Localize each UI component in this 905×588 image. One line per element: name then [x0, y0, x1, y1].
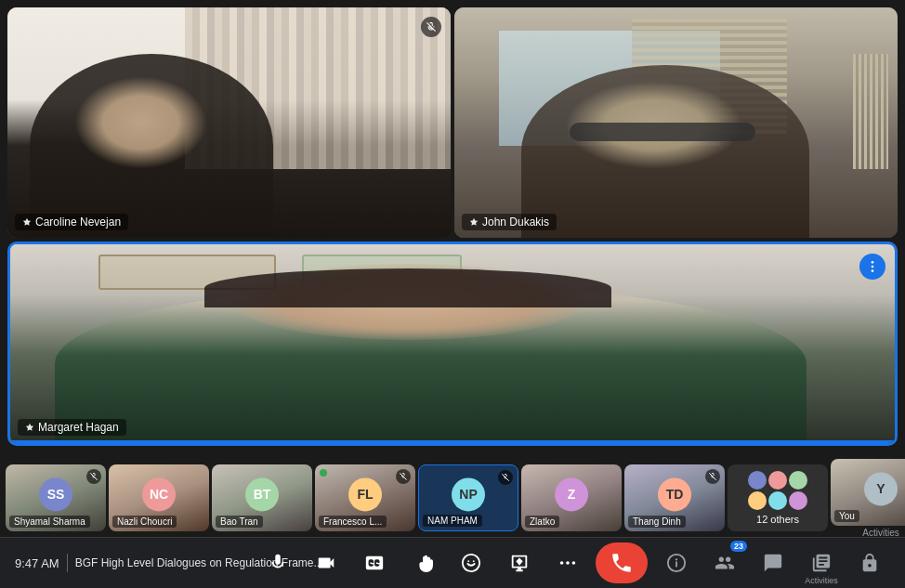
- svg-point-12: [566, 561, 570, 565]
- svg-point-13: [572, 561, 576, 565]
- svg-point-10: [473, 560, 475, 562]
- activities-button-wrapper: Activities: [801, 542, 842, 583]
- thumb-name-nazli: Nazli Choucri: [112, 516, 177, 528]
- activities-label-text: Activities: [805, 576, 838, 585]
- top-video-row: Caroline Nevejan John Dukakis: [7, 7, 898, 238]
- video-tile-margaret[interactable]: Margaret Hagan: [7, 242, 898, 446]
- thumb-name-thang: Thang Dinh: [628, 516, 686, 528]
- host-controls-button[interactable]: [849, 542, 890, 583]
- mute-indicator-caroline: [421, 17, 441, 37]
- svg-point-11: [560, 561, 564, 565]
- video-area: Caroline Nevejan John Dukakis: [0, 0, 905, 455]
- thumb-name-shyamal: Shyamal Sharma: [9, 516, 90, 528]
- toolbar: 9:47 AM BGF High Level Dialogues on Regu…: [0, 537, 905, 588]
- thumb-you[interactable]: Y You: [831, 459, 905, 526]
- activities-label: Activities: [862, 528, 898, 538]
- thumb-name-others: 12 others: [756, 514, 799, 525]
- meeting-time: 9:47 AM: [15, 556, 59, 570]
- name-label-john: John Dukakis: [462, 214, 557, 230]
- thumb-you-wrapper: Y You Activities: [831, 459, 905, 538]
- video-tile-caroline[interactable]: Caroline Nevejan: [7, 7, 451, 238]
- svg-line-5: [400, 473, 406, 479]
- name-label-margaret: Margaret Hagan: [18, 419, 126, 436]
- more-options-button[interactable]: [547, 542, 588, 583]
- chat-button[interactable]: [753, 542, 794, 583]
- people-badge: 23: [730, 541, 747, 552]
- meeting-info-button[interactable]: [656, 542, 697, 583]
- video-tile-john[interactable]: John Dukakis: [454, 7, 898, 238]
- end-call-button[interactable]: [596, 542, 648, 583]
- svg-point-2: [872, 266, 874, 268]
- raise-hand-button[interactable]: [402, 542, 443, 583]
- captions-button[interactable]: [354, 542, 395, 583]
- thumb-zlatko[interactable]: Z Zlatko: [521, 464, 622, 531]
- present-button[interactable]: [499, 542, 540, 583]
- thumb-name-nam: NAM PHAM: [423, 515, 482, 527]
- svg-point-9: [467, 560, 469, 562]
- thumb-mute-shyamal: [86, 469, 101, 484]
- thumb-name-zlatko: Zlatko: [525, 516, 559, 528]
- thumb-name-bao: Bao Tran: [216, 516, 263, 528]
- thumb-mute-thang: [705, 469, 720, 484]
- thumb-shyamal[interactable]: SS Shyamal Sharma: [6, 464, 106, 531]
- svg-line-7: [709, 473, 715, 479]
- more-options-margaret[interactable]: [859, 254, 885, 280]
- svg-line-4: [90, 473, 97, 479]
- thumb-francesco[interactable]: FL Francesco L...: [315, 464, 415, 531]
- thumb-bao[interactable]: BT Bao Tran: [212, 464, 312, 531]
- toolbar-right: 23 Activities: [656, 542, 890, 583]
- thumb-others[interactable]: 12 others: [728, 464, 828, 531]
- svg-point-8: [463, 555, 479, 571]
- thumbnail-strip: SS Shyamal Sharma NC Nazli Choucri BT Ba…: [0, 457, 905, 539]
- camera-button[interactable]: [306, 542, 347, 583]
- svg-line-6: [502, 474, 508, 480]
- thumb-thang[interactable]: TD Thang Dinh: [624, 464, 725, 531]
- thumb-name-you: You: [834, 510, 859, 522]
- svg-point-3: [872, 269, 874, 272]
- toolbar-center: [257, 542, 648, 583]
- thumb-nam[interactable]: NP NAM PHAM: [418, 464, 518, 531]
- toolbar-divider: [67, 554, 68, 572]
- thumb-nazli[interactable]: NC Nazli Choucri: [109, 464, 209, 531]
- thumb-mute-nam: [498, 470, 513, 485]
- emoji-button[interactable]: [451, 542, 492, 583]
- thumb-name-francesco: Francesco L...: [319, 516, 387, 528]
- mic-button[interactable]: [257, 542, 298, 583]
- thumb-mute-francesco: [396, 469, 411, 484]
- people-button-wrapper: 23: [704, 542, 745, 583]
- svg-point-1: [872, 261, 874, 264]
- name-label-caroline: Caroline Nevejan: [15, 214, 128, 230]
